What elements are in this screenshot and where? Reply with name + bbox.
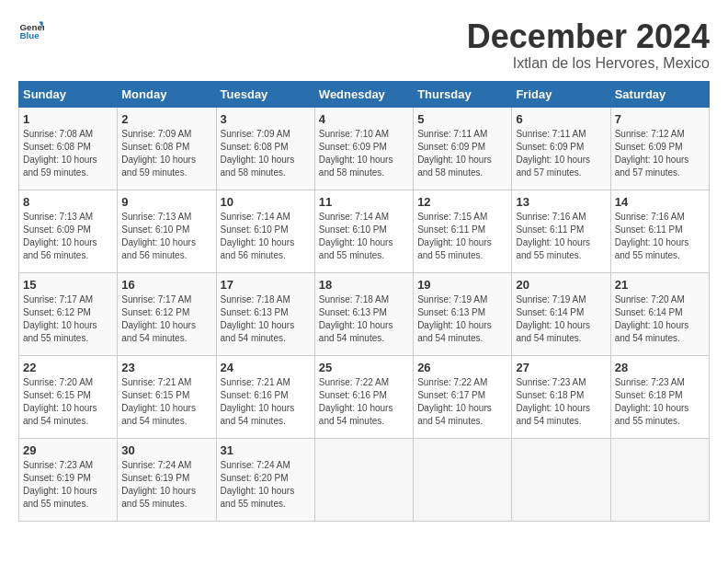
day-cell: 16Sunrise: 7:17 AM Sunset: 6:12 PM Dayli…: [118, 272, 216, 355]
day-number: 26: [417, 361, 507, 374]
day-info: Sunrise: 7:18 AM Sunset: 6:13 PM Dayligh…: [319, 293, 409, 345]
day-info: Sunrise: 7:16 AM Sunset: 6:11 PM Dayligh…: [516, 211, 606, 262]
svg-text:Blue: Blue: [19, 30, 40, 40]
day-cell: [314, 438, 413, 521]
day-cell: 15Sunrise: 7:17 AM Sunset: 6:12 PM Dayli…: [19, 272, 118, 355]
day-cell: [610, 438, 709, 521]
day-number: 12: [417, 195, 507, 209]
day-number: 5: [417, 112, 507, 126]
day-number: 4: [319, 112, 409, 126]
day-number: 30: [121, 443, 211, 457]
day-number: 11: [319, 195, 409, 209]
day-number: 2: [121, 112, 211, 126]
col-monday: Monday: [118, 81, 216, 107]
day-number: 10: [221, 195, 311, 209]
day-number: 24: [221, 361, 311, 374]
day-info: Sunrise: 7:09 AM Sunset: 6:08 PM Dayligh…: [221, 128, 311, 179]
day-cell: 2Sunrise: 7:09 AM Sunset: 6:08 PM Daylig…: [118, 107, 216, 190]
col-thursday: Thursday: [414, 81, 512, 107]
day-cell: 7Sunrise: 7:12 AM Sunset: 6:09 PM Daylig…: [610, 107, 709, 190]
day-cell: 5Sunrise: 7:11 AM Sunset: 6:09 PM Daylig…: [414, 107, 512, 190]
day-cell: 31Sunrise: 7:24 AM Sunset: 6:20 PM Dayli…: [216, 438, 314, 521]
day-cell: 26Sunrise: 7:22 AM Sunset: 6:17 PM Dayli…: [414, 355, 512, 438]
day-number: 25: [319, 361, 409, 374]
col-saturday: Saturday: [610, 81, 709, 107]
day-info: Sunrise: 7:19 AM Sunset: 6:14 PM Dayligh…: [516, 293, 606, 345]
day-number: 29: [23, 443, 113, 457]
day-info: Sunrise: 7:13 AM Sunset: 6:09 PM Dayligh…: [23, 211, 113, 262]
day-number: 7: [615, 112, 705, 126]
day-cell: 8Sunrise: 7:13 AM Sunset: 6:09 PM Daylig…: [19, 190, 118, 272]
day-cell: 30Sunrise: 7:24 AM Sunset: 6:19 PM Dayli…: [118, 438, 216, 521]
day-cell: 3Sunrise: 7:09 AM Sunset: 6:08 PM Daylig…: [216, 107, 314, 190]
day-info: Sunrise: 7:11 AM Sunset: 6:09 PM Dayligh…: [417, 128, 507, 179]
day-cell: 19Sunrise: 7:19 AM Sunset: 6:13 PM Dayli…: [414, 272, 512, 355]
day-info: Sunrise: 7:09 AM Sunset: 6:08 PM Dayligh…: [121, 128, 211, 179]
day-number: 13: [516, 195, 606, 209]
day-info: Sunrise: 7:14 AM Sunset: 6:10 PM Dayligh…: [221, 211, 311, 262]
week-row-1: 8Sunrise: 7:13 AM Sunset: 6:09 PM Daylig…: [19, 190, 710, 272]
day-cell: [512, 438, 610, 521]
day-info: Sunrise: 7:13 AM Sunset: 6:10 PM Dayligh…: [121, 211, 211, 262]
day-cell: 18Sunrise: 7:18 AM Sunset: 6:13 PM Dayli…: [314, 272, 413, 355]
page-header: General Blue December 2024 Ixtlan de los…: [18, 18, 710, 72]
day-number: 22: [23, 361, 113, 374]
day-number: 15: [23, 278, 113, 292]
day-cell: 9Sunrise: 7:13 AM Sunset: 6:10 PM Daylig…: [118, 190, 216, 272]
day-number: 19: [417, 278, 507, 292]
day-number: 18: [319, 278, 409, 292]
day-info: Sunrise: 7:17 AM Sunset: 6:12 PM Dayligh…: [23, 293, 113, 345]
day-info: Sunrise: 7:11 AM Sunset: 6:09 PM Dayligh…: [516, 128, 606, 179]
day-info: Sunrise: 7:21 AM Sunset: 6:15 PM Dayligh…: [121, 376, 211, 428]
day-info: Sunrise: 7:15 AM Sunset: 6:11 PM Dayligh…: [417, 211, 507, 262]
day-cell: 10Sunrise: 7:14 AM Sunset: 6:10 PM Dayli…: [216, 190, 314, 272]
day-cell: 23Sunrise: 7:21 AM Sunset: 6:15 PM Dayli…: [118, 355, 216, 438]
day-number: 21: [615, 278, 705, 292]
day-cell: 12Sunrise: 7:15 AM Sunset: 6:11 PM Dayli…: [414, 190, 512, 272]
day-cell: 6Sunrise: 7:11 AM Sunset: 6:09 PM Daylig…: [512, 107, 610, 190]
day-info: Sunrise: 7:12 AM Sunset: 6:09 PM Dayligh…: [615, 128, 705, 179]
day-cell: 1Sunrise: 7:08 AM Sunset: 6:08 PM Daylig…: [19, 107, 118, 190]
day-cell: 13Sunrise: 7:16 AM Sunset: 6:11 PM Dayli…: [512, 190, 610, 272]
day-cell: 11Sunrise: 7:14 AM Sunset: 6:10 PM Dayli…: [314, 190, 413, 272]
day-info: Sunrise: 7:16 AM Sunset: 6:11 PM Dayligh…: [615, 211, 705, 262]
title-block: December 2024 Ixtlan de los Hervores, Me…: [467, 18, 710, 72]
day-cell: 21Sunrise: 7:20 AM Sunset: 6:14 PM Dayli…: [610, 272, 709, 355]
day-number: 16: [121, 278, 211, 292]
header-row: Sunday Monday Tuesday Wednesday Thursday…: [19, 81, 710, 107]
day-cell: 24Sunrise: 7:21 AM Sunset: 6:16 PM Dayli…: [216, 355, 314, 438]
day-number: 31: [221, 443, 311, 457]
logo: General Blue: [18, 18, 44, 44]
day-number: 27: [516, 361, 606, 374]
calendar-table: Sunday Monday Tuesday Wednesday Thursday…: [18, 81, 710, 522]
day-info: Sunrise: 7:08 AM Sunset: 6:08 PM Dayligh…: [23, 128, 113, 179]
day-cell: 4Sunrise: 7:10 AM Sunset: 6:09 PM Daylig…: [314, 107, 413, 190]
day-number: 28: [615, 361, 705, 374]
day-info: Sunrise: 7:24 AM Sunset: 6:19 PM Dayligh…: [121, 459, 211, 511]
day-number: 9: [121, 195, 211, 209]
day-cell: 14Sunrise: 7:16 AM Sunset: 6:11 PM Dayli…: [610, 190, 709, 272]
col-tuesday: Tuesday: [216, 81, 314, 107]
day-info: Sunrise: 7:23 AM Sunset: 6:18 PM Dayligh…: [615, 376, 705, 428]
day-cell: 27Sunrise: 7:23 AM Sunset: 6:18 PM Dayli…: [512, 355, 610, 438]
day-number: 23: [121, 361, 211, 374]
week-row-4: 29Sunrise: 7:23 AM Sunset: 6:19 PM Dayli…: [19, 438, 710, 521]
day-number: 20: [516, 278, 606, 292]
day-info: Sunrise: 7:22 AM Sunset: 6:17 PM Dayligh…: [417, 376, 507, 428]
day-cell: 28Sunrise: 7:23 AM Sunset: 6:18 PM Dayli…: [610, 355, 709, 438]
day-info: Sunrise: 7:20 AM Sunset: 6:15 PM Dayligh…: [23, 376, 113, 428]
day-cell: 22Sunrise: 7:20 AM Sunset: 6:15 PM Dayli…: [19, 355, 118, 438]
day-info: Sunrise: 7:21 AM Sunset: 6:16 PM Dayligh…: [221, 376, 311, 428]
day-number: 3: [221, 112, 311, 126]
calendar-title: December 2024: [467, 18, 710, 55]
col-wednesday: Wednesday: [314, 81, 413, 107]
col-friday: Friday: [512, 81, 610, 107]
day-number: 6: [516, 112, 606, 126]
day-info: Sunrise: 7:17 AM Sunset: 6:12 PM Dayligh…: [121, 293, 211, 345]
day-info: Sunrise: 7:14 AM Sunset: 6:10 PM Dayligh…: [319, 211, 409, 262]
day-info: Sunrise: 7:23 AM Sunset: 6:18 PM Dayligh…: [516, 376, 606, 428]
day-cell: 20Sunrise: 7:19 AM Sunset: 6:14 PM Dayli…: [512, 272, 610, 355]
day-info: Sunrise: 7:18 AM Sunset: 6:13 PM Dayligh…: [221, 293, 311, 345]
calendar-subtitle: Ixtlan de los Hervores, Mexico: [467, 55, 710, 72]
day-info: Sunrise: 7:19 AM Sunset: 6:13 PM Dayligh…: [417, 293, 507, 345]
